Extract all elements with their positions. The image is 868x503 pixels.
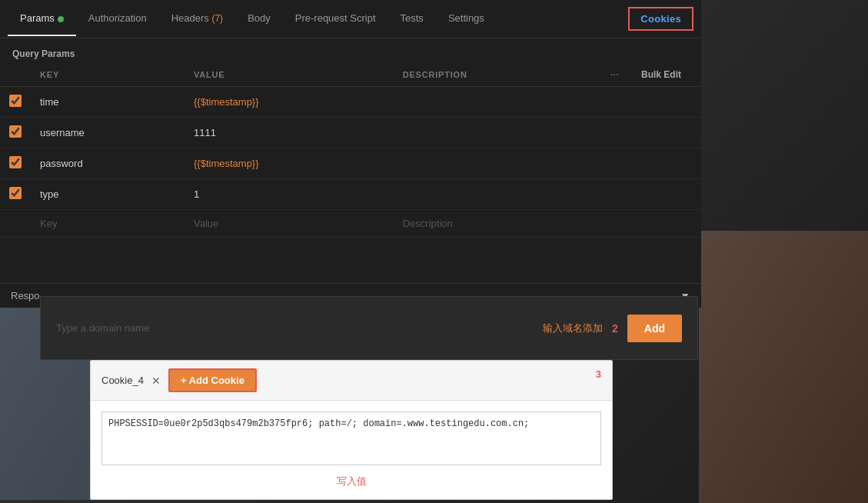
col-bulk-edit-header: Bulk Edit bbox=[632, 63, 701, 87]
tab-body[interactable]: Body bbox=[235, 2, 283, 36]
domain-name-input[interactable] bbox=[56, 322, 534, 334]
col-description-header: DESCRIPTION bbox=[394, 63, 601, 87]
row-checkbox[interactable] bbox=[9, 125, 22, 138]
row-key: password bbox=[31, 148, 185, 179]
table-row: time {{$timestamp}} bbox=[0, 87, 701, 118]
row-checkbox-cell bbox=[0, 148, 31, 179]
query-params-label: Query Params bbox=[12, 48, 75, 59]
table-row: password {{$timestamp}} bbox=[0, 148, 701, 179]
close-icon: ✕ bbox=[151, 375, 161, 387]
cookie-domain-panel: 输入域名添加 2 Add bbox=[40, 296, 698, 360]
cookie-editor-body: PHPSESSID=0ue0r2p5d3qbs479m2b375fpr6; pa… bbox=[91, 401, 612, 499]
row-checkbox[interactable] bbox=[9, 187, 22, 199]
tab-headers[interactable]: Headers (7) bbox=[159, 2, 235, 36]
row-key: type bbox=[31, 179, 185, 210]
col-value-header: VALUE bbox=[185, 63, 394, 87]
cookie-editor-header: Cookie_4 ✕ + Add Cookie 3 bbox=[91, 361, 612, 401]
row-value: {{$timestamp}} bbox=[185, 148, 394, 179]
table-row: username 1111 bbox=[0, 118, 701, 148]
tab-params[interactable]: Params bbox=[8, 2, 76, 36]
cookie-step-number: 3 bbox=[596, 368, 601, 380]
row-value: 1 bbox=[185, 179, 394, 210]
col-checkbox bbox=[0, 63, 31, 87]
tab-bar: Params Authorization Headers (7) Body Pr… bbox=[0, 0, 701, 38]
cookie-value-textarea[interactable]: PHPSESSID=0ue0r2p5d3qbs479m2b375fpr6; pa… bbox=[101, 411, 601, 465]
add-domain-button[interactable]: Add bbox=[627, 315, 682, 342]
placeholder-value: Value bbox=[185, 210, 394, 238]
cookie-editor-panel: Cookie_4 ✕ + Add Cookie 3 PHPSESSID=0ue0… bbox=[90, 360, 613, 500]
row-value: 1111 bbox=[185, 118, 394, 148]
row-description bbox=[394, 87, 601, 118]
row-value: {{$timestamp}} bbox=[185, 87, 394, 118]
row-checkbox[interactable] bbox=[9, 95, 22, 107]
headers-badge: (7) bbox=[211, 13, 223, 24]
tab-prerequest[interactable]: Pre-request Script bbox=[283, 2, 388, 36]
cookies-button[interactable]: Cookies bbox=[628, 7, 693, 31]
table-row-placeholder: Key Value Description bbox=[0, 210, 701, 238]
main-panel: Params Authorization Headers (7) Body Pr… bbox=[0, 0, 701, 308]
col-key-header: KEY bbox=[31, 63, 185, 87]
tab-tests[interactable]: Tests bbox=[388, 2, 436, 36]
row-checkbox-cell bbox=[0, 179, 31, 210]
row-description bbox=[394, 179, 601, 210]
row-key: username bbox=[31, 118, 185, 148]
bulk-edit-button[interactable]: Bulk Edit bbox=[641, 69, 681, 80]
tab-authorization[interactable]: Authorization bbox=[76, 2, 159, 36]
query-params-section: Query Params bbox=[0, 38, 701, 63]
row-description bbox=[394, 148, 601, 179]
cookie-write-hint: 写入值 bbox=[101, 475, 601, 488]
placeholder-key: Key bbox=[31, 210, 185, 238]
table-row: type 1 bbox=[0, 179, 701, 210]
table-header-row: KEY VALUE DESCRIPTION ··· Bulk Edit bbox=[0, 63, 701, 87]
row-description bbox=[394, 118, 601, 148]
placeholder-description: Description bbox=[394, 210, 601, 238]
row-checkbox-cell bbox=[0, 118, 31, 148]
domain-hint: 输入域名添加 bbox=[543, 321, 603, 335]
col-dots-header: ··· bbox=[601, 63, 632, 87]
add-cookie-button[interactable]: + Add Cookie bbox=[168, 368, 257, 392]
bg-right-decoration bbox=[699, 231, 868, 503]
params-dot bbox=[58, 16, 64, 22]
ellipsis-icon: ··· bbox=[610, 70, 620, 79]
domain-step-number: 2 bbox=[612, 322, 618, 335]
row-key: time bbox=[31, 87, 185, 118]
params-table: KEY VALUE DESCRIPTION ··· Bulk Edit time… bbox=[0, 63, 701, 238]
row-checkbox[interactable] bbox=[9, 156, 22, 168]
tab-settings[interactable]: Settings bbox=[436, 2, 497, 36]
cookie-close-button[interactable]: ✕ bbox=[151, 375, 161, 386]
row-checkbox-cell bbox=[0, 87, 31, 118]
cookie-tab-label: Cookie_4 bbox=[101, 375, 144, 386]
